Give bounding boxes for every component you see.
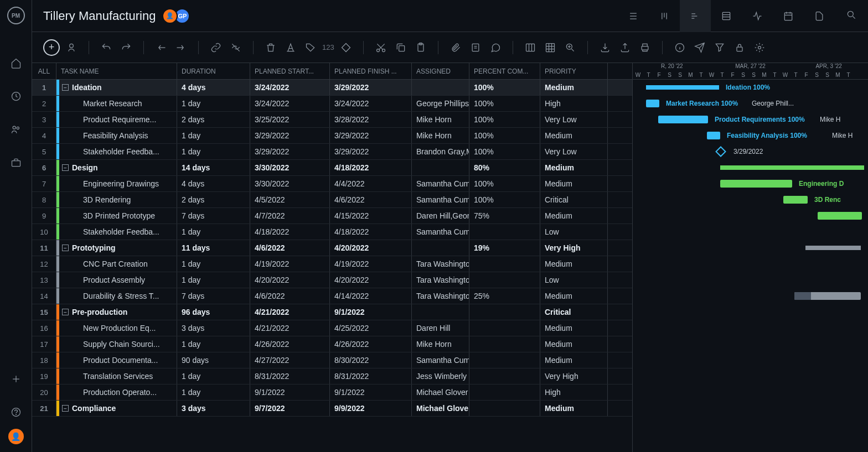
col-all[interactable]: ALL (32, 63, 56, 79)
gantt-row[interactable] (633, 272, 868, 288)
indent-icon[interactable] (173, 39, 189, 56)
duration-cell[interactable]: 1 day (177, 96, 250, 111)
duration-cell[interactable]: 1 day (177, 256, 250, 272)
percent-cell[interactable]: 100% (469, 112, 540, 127)
percent-cell[interactable] (469, 401, 540, 416)
start-cell[interactable]: 8/31/2022 (250, 368, 330, 384)
lock-icon[interactable] (731, 39, 748, 56)
assigned-cell[interactable]: Brandon Gray,M (412, 144, 469, 159)
task-row[interactable]: 20Production Operato...1 day9/1/20229/1/… (32, 385, 632, 401)
sheet-view-icon[interactable] (711, 0, 742, 32)
percent-cell[interactable] (469, 336, 540, 352)
start-cell[interactable]: 4/18/2022 (250, 224, 330, 240)
gantt-task-bar[interactable] (794, 292, 861, 300)
start-cell[interactable]: 9/1/2022 (250, 385, 330, 400)
task-row[interactable]: 93D Printed Prototype7 days4/7/20224/15/… (32, 208, 632, 224)
task-row[interactable]: 13Product Assembly1 day4/20/20224/20/202… (32, 272, 632, 288)
delete-icon[interactable] (262, 39, 279, 56)
duration-cell[interactable]: 1 day (177, 224, 250, 240)
duration-cell[interactable]: 2 days (177, 112, 250, 127)
board-view-icon[interactable] (649, 0, 680, 32)
paste-icon[interactable] (412, 39, 429, 56)
task-row[interactable]: 19Translation Services1 day8/31/20228/31… (32, 368, 632, 385)
col-percent[interactable]: PERCENT COM... (469, 63, 540, 79)
duration-cell[interactable]: 14 days (177, 160, 250, 175)
start-cell[interactable]: 4/6/2022 (250, 240, 330, 256)
finish-cell[interactable]: 3/29/2022 (330, 144, 412, 159)
briefcase-icon[interactable] (9, 156, 23, 169)
gantt-row[interactable] (633, 304, 868, 320)
duration-cell[interactable]: 1 day (177, 272, 250, 288)
gantt-task-bar[interactable] (707, 132, 720, 139)
task-row[interactable]: 3Product Requireme...2 days3/25/20223/28… (32, 112, 632, 128)
finish-cell[interactable]: 3/28/2022 (330, 112, 412, 127)
assigned-cell[interactable]: Mike Horn (412, 336, 469, 352)
task-row[interactable]: 17Supply Chain Sourci...1 day4/26/20224/… (32, 336, 632, 352)
duration-cell[interactable]: 90 days (177, 352, 250, 368)
task-name-cell[interactable]: Product Requireme... (56, 112, 177, 127)
percent-cell[interactable] (469, 272, 540, 288)
task-row[interactable]: 12CNC Part Creation1 day4/19/20224/19/20… (32, 256, 632, 272)
zoom-icon[interactable] (562, 39, 578, 56)
priority-cell[interactable]: Critical (540, 304, 608, 320)
gantt-milestone[interactable] (715, 146, 726, 157)
font-icon[interactable] (282, 39, 299, 56)
priority-cell[interactable]: Medium (540, 80, 608, 95)
duration-cell[interactable]: 7 days (177, 288, 250, 304)
priority-cell[interactable]: Very Low (540, 144, 608, 159)
start-cell[interactable]: 4/5/2022 (250, 192, 330, 207)
duration-cell[interactable]: 2 days (177, 192, 250, 207)
col-taskname[interactable]: TASK NAME (56, 63, 177, 79)
assigned-cell[interactable]: Samantha Cum (412, 224, 469, 240)
gantt-row[interactable]: 3/29/2022 (633, 144, 868, 160)
gantt-row[interactable] (633, 256, 868, 272)
grid-icon[interactable] (542, 39, 559, 56)
assigned-cell[interactable]: George Phillips (412, 96, 469, 111)
task-name-cell[interactable]: Supply Chain Sourci... (56, 336, 177, 352)
attach-icon[interactable] (447, 39, 464, 56)
col-finish[interactable]: PLANNED FINISH ... (330, 63, 412, 79)
task-name-cell[interactable]: −Pre-production (56, 304, 177, 320)
start-cell[interactable]: 4/19/2022 (250, 256, 330, 272)
task-name-cell[interactable]: Production Operato... (56, 385, 177, 400)
task-row[interactable]: 83D Rendering2 days4/5/20224/6/2022Saman… (32, 192, 632, 208)
task-name-cell[interactable]: CNC Part Creation (56, 256, 177, 272)
finish-cell[interactable]: 8/31/2022 (330, 368, 412, 384)
percent-cell[interactable]: 75% (469, 208, 540, 224)
print-icon[interactable] (637, 39, 653, 56)
finish-cell[interactable]: 9/1/2022 (330, 385, 412, 400)
start-cell[interactable]: 3/29/2022 (250, 144, 330, 159)
start-cell[interactable]: 3/30/2022 (250, 160, 330, 175)
gantt-row[interactable]: 3D Renc (633, 192, 868, 208)
expand-icon[interactable]: − (62, 405, 69, 412)
finish-cell[interactable]: 4/25/2022 (330, 320, 412, 336)
unlink-icon[interactable] (228, 39, 244, 56)
duration-cell[interactable]: 4 days (177, 80, 250, 95)
percent-cell[interactable]: 100% (469, 80, 540, 95)
priority-cell[interactable]: Medium (540, 128, 608, 143)
columns-icon[interactable] (522, 39, 539, 56)
cut-icon[interactable] (373, 39, 389, 56)
priority-cell[interactable]: Low (540, 272, 608, 288)
assigned-cell[interactable]: Daren Hill (412, 320, 469, 336)
duration-cell[interactable]: 7 days (177, 208, 250, 224)
assigned-cell[interactable]: Samantha Cum (412, 176, 469, 191)
percent-cell[interactable] (469, 368, 540, 384)
priority-cell[interactable]: Medium (540, 160, 608, 175)
start-cell[interactable]: 4/7/2022 (250, 208, 330, 224)
gantt-summary-bar[interactable] (805, 246, 861, 250)
task-name-cell[interactable]: −Compliance (56, 401, 177, 416)
duration-cell[interactable]: 1 day (177, 385, 250, 400)
assigned-cell[interactable]: Tara Washingto (412, 288, 469, 304)
assigned-cell[interactable]: Samantha Cum (412, 352, 469, 368)
percent-cell[interactable]: 100% (469, 192, 540, 207)
assigned-cell[interactable]: Daren Hill,Geor (412, 208, 469, 224)
task-name-cell[interactable]: −Ideation (56, 80, 177, 95)
finish-cell[interactable]: 4/15/2022 (330, 208, 412, 224)
finish-cell[interactable]: 3/29/2022 (330, 128, 412, 143)
priority-cell[interactable]: Very High (540, 368, 608, 384)
finish-cell[interactable]: 3/29/2022 (330, 80, 412, 95)
priority-cell[interactable]: High (540, 385, 608, 400)
duration-cell[interactable]: 1 day (177, 128, 250, 143)
task-name-cell[interactable]: 3D Rendering (56, 192, 177, 207)
